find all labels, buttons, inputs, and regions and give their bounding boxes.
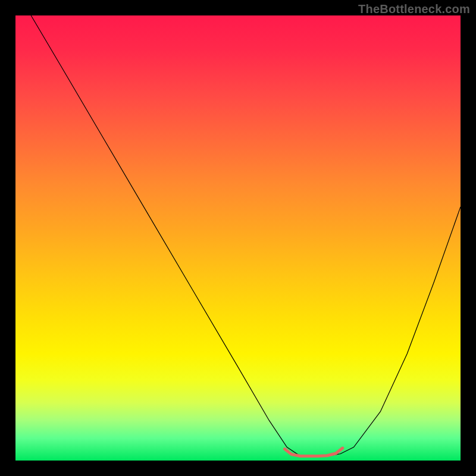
chart-frame: TheBottleneck.com xyxy=(0,0,476,476)
plot-area xyxy=(15,15,461,461)
chart-svg xyxy=(15,15,461,461)
series-bottleneck-marker xyxy=(285,448,343,456)
watermark-text: TheBottleneck.com xyxy=(358,2,470,16)
series-curve xyxy=(31,15,461,456)
